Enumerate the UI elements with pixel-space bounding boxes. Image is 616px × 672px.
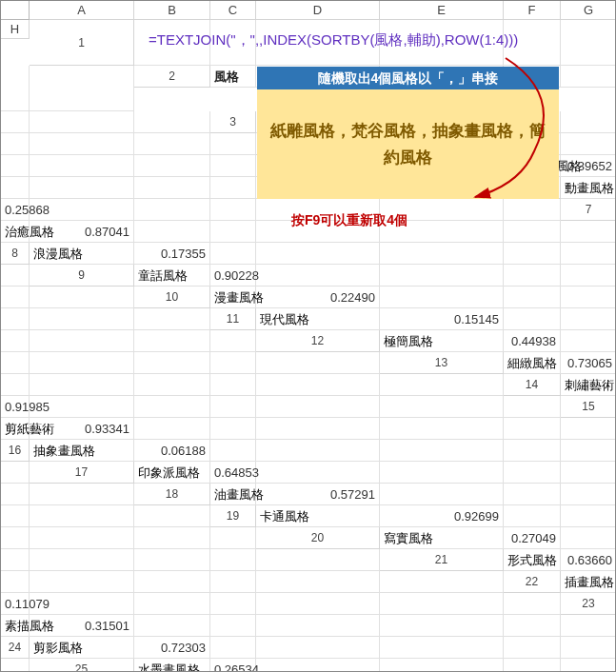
cell[interactable] (380, 265, 504, 287)
cell[interactable] (134, 527, 210, 549)
col-header-d[interactable]: D (256, 1, 380, 20)
cell[interactable] (134, 330, 210, 352)
row-header-16[interactable]: 16 (1, 440, 30, 462)
cell-b5[interactable]: 0.39652 (561, 155, 616, 177)
col-header-h[interactable]: H (1, 20, 30, 39)
cell[interactable] (504, 440, 561, 462)
cell-b11[interactable]: 0.15145 (380, 308, 504, 330)
cell[interactable] (210, 440, 256, 462)
cell[interactable] (256, 571, 380, 593)
cell-a25[interactable]: 水墨畫風格 (134, 659, 210, 672)
cell[interactable] (380, 571, 504, 593)
col-header-c[interactable]: C (210, 1, 256, 20)
cell[interactable] (504, 505, 561, 527)
cell[interactable] (256, 637, 380, 659)
cell-b22[interactable]: 0.11079 (1, 593, 30, 615)
cell[interactable] (256, 615, 380, 637)
cell-a17[interactable]: 印象派風格 (134, 462, 210, 484)
cell[interactable] (561, 462, 616, 484)
cell[interactable] (210, 352, 256, 374)
cell[interactable] (380, 418, 504, 440)
cell[interactable] (210, 418, 256, 440)
row-header-18[interactable]: 18 (134, 484, 210, 505)
cell-b21[interactable]: 0.63660 (561, 549, 616, 571)
cell-a21[interactable]: 形式風格 (504, 549, 561, 571)
cell[interactable] (561, 66, 616, 88)
cell-a23[interactable]: 素描風格 (1, 615, 30, 637)
cell[interactable] (210, 593, 256, 615)
cell[interactable] (504, 396, 561, 418)
cell-b13[interactable]: 0.73065 (561, 352, 616, 374)
cell[interactable] (134, 549, 210, 571)
cell[interactable] (210, 221, 256, 243)
cell[interactable] (1, 374, 30, 396)
cell-b25[interactable]: 0.26534 (210, 659, 256, 672)
cell[interactable] (30, 593, 134, 615)
cell[interactable] (210, 133, 256, 155)
cell[interactable] (561, 505, 616, 527)
cell[interactable] (134, 352, 210, 374)
cell-a16[interactable]: 抽象畫風格 (30, 440, 134, 462)
cell[interactable] (210, 199, 256, 221)
cell[interactable] (1, 484, 30, 505)
cell[interactable] (1, 155, 30, 177)
cell-a12[interactable]: 極簡風格 (380, 330, 504, 352)
cell[interactable] (30, 330, 134, 352)
cell-b14[interactable]: 0.91985 (1, 396, 30, 418)
cell[interactable] (256, 352, 380, 374)
row-header-14[interactable]: 14 (504, 374, 561, 396)
cell[interactable] (30, 199, 134, 221)
cell-b16[interactable]: 0.06188 (134, 440, 210, 462)
cell[interactable] (504, 308, 561, 330)
row-header-9[interactable]: 9 (30, 265, 134, 287)
cell[interactable] (561, 615, 616, 637)
cell[interactable] (134, 505, 210, 527)
cell-a22[interactable]: 插畫風格 (561, 571, 616, 593)
cell[interactable] (380, 287, 504, 308)
cell[interactable] (380, 462, 504, 484)
row-header-11[interactable]: 11 (210, 308, 256, 330)
cell[interactable] (134, 615, 210, 637)
cell-b8[interactable]: 0.17355 (134, 243, 210, 265)
cell[interactable] (256, 418, 380, 440)
row-header-3[interactable]: 3 (210, 111, 256, 133)
cell[interactable] (1, 177, 30, 199)
cell[interactable] (134, 396, 210, 418)
cell[interactable] (561, 637, 616, 659)
row-header-17[interactable]: 17 (30, 462, 134, 484)
cell[interactable] (210, 374, 256, 396)
cell[interactable] (1, 571, 30, 593)
cell[interactable] (30, 133, 134, 155)
cell[interactable] (30, 111, 134, 133)
col-header-a[interactable]: A (30, 1, 134, 20)
cell[interactable] (134, 221, 210, 243)
cell[interactable] (504, 593, 561, 615)
row-header-24[interactable]: 24 (1, 637, 30, 659)
cell-b24[interactable]: 0.72303 (134, 637, 210, 659)
row-header-20[interactable]: 20 (256, 527, 380, 549)
row-header-7[interactable]: 7 (561, 199, 616, 221)
cell[interactable] (1, 659, 30, 672)
cell[interactable] (210, 637, 256, 659)
cell-b6[interactable]: 0.25868 (1, 199, 30, 221)
cell-b18[interactable]: 0.57291 (256, 484, 380, 505)
cell[interactable] (380, 396, 504, 418)
cell[interactable] (1, 265, 30, 287)
cell[interactable] (504, 659, 561, 672)
row-header-19[interactable]: 19 (210, 505, 256, 527)
cell-a10[interactable]: 漫畫風格 (210, 287, 256, 308)
cell[interactable] (561, 527, 616, 549)
cell[interactable] (380, 659, 504, 672)
cell[interactable] (1, 111, 30, 133)
cell-a18[interactable]: 油畫風格 (210, 484, 256, 505)
row-header-10[interactable]: 10 (134, 287, 210, 308)
col-header-g[interactable]: G (561, 1, 616, 20)
cell-a7[interactable]: 治癒風格 (1, 221, 30, 243)
cell-a14[interactable]: 刺繡藝術 (561, 374, 616, 396)
cell[interactable] (504, 199, 561, 221)
cell-b7[interactable]: 0.87041 (30, 221, 134, 243)
cell[interactable] (30, 527, 134, 549)
cell[interactable] (380, 637, 504, 659)
cell[interactable] (256, 593, 380, 615)
cell[interactable] (30, 571, 134, 593)
